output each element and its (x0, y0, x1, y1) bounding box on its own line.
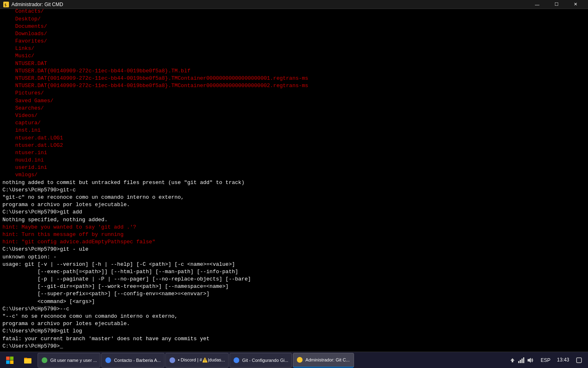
taskbar-item-icon (296, 357, 303, 363)
taskbar-item-label: • Discord | #⚠️|dudas... (178, 357, 225, 363)
svg-marker-12 (510, 358, 514, 362)
window-controls: — ☐ ✕ (528, 0, 585, 9)
taskbar-item-icon (233, 357, 240, 364)
terminal-line: Contacts/ (2, 9, 586, 16)
start-button[interactable] (0, 352, 20, 368)
tray-icons (510, 357, 533, 364)
terminal-line: hint: "git config advice.addEmptyPathspe… (2, 238, 586, 246)
terminal-line: [--git-dir=<path>] [--work-tree=<path>] … (2, 283, 586, 290)
svg-point-9 (169, 357, 175, 363)
terminal-line: nothing added to commit but untracked fi… (2, 179, 586, 186)
terminal-line: C:\Users\PcHp5790>--c (2, 305, 586, 313)
terminal-line: Desktop/ (2, 16, 586, 23)
terminal-line: inst.ini (2, 127, 586, 134)
app-icon: $ (3, 2, 9, 7)
svg-rect-18 (577, 358, 581, 363)
svg-point-7 (42, 357, 47, 363)
svg-marker-17 (528, 358, 531, 363)
system-tray: ESP 13:43 (506, 352, 588, 368)
taskbar-items: Git user name y user ...Contacto - Barbe… (36, 353, 506, 368)
terminal-wrapper: .BigNox/ .android/ .bash_history .gitcon… (0, 9, 588, 352)
terminal-line: "--c' no se reconoce como un comando int… (2, 313, 586, 320)
terminal-line: Saved Games/ (2, 97, 586, 105)
terminal-output[interactable]: .BigNox/ .android/ .bash_history .gitcon… (0, 9, 588, 352)
terminal-line: C:\Users\PcHp5790>git-c (2, 186, 586, 194)
svg-rect-16 (523, 357, 524, 363)
terminal-line: unknown option: - (2, 254, 586, 261)
folder-icon (24, 356, 32, 364)
terminal-line: Music/ (2, 52, 586, 60)
title-bar: $ Administrador: Git CMD — ☐ ✕ (0, 0, 588, 9)
taskbar-item-icon (41, 357, 48, 364)
terminal-line: programa o archivo por lotes ejecutable. (2, 201, 586, 209)
minimize-button[interactable]: — (528, 0, 546, 9)
terminal-line: usage: git [-v | --version] [-h | --help… (2, 261, 586, 268)
terminal-line: C:\Users\PcHp5790>git add (2, 209, 586, 216)
terminal-line: [-p | --paginate | -P | --no-pager] [--n… (2, 276, 586, 283)
taskbar-item[interactable]: Administrador: Git C... (293, 353, 354, 368)
network-icon (518, 357, 524, 364)
terminal-line: userid.ini (2, 164, 586, 171)
window-title: Administrador: Git CMD (11, 2, 63, 7)
terminal-line: nuuid.ini (2, 157, 586, 164)
terminal-line: "git-c" no se reconoce como un comando i… (2, 194, 586, 201)
taskbar-item-icon (169, 357, 176, 364)
terminal-line: NTUSER.DAT{00140909-272c-11ec-bb44-0019b… (2, 82, 586, 90)
terminal-line: [--super-prefix=<path>] [--config-env=<n… (2, 290, 586, 298)
taskbar-item[interactable]: Contacto - Barberia A... (101, 353, 164, 368)
svg-rect-13 (518, 361, 519, 363)
terminal-line: Downloads/ (2, 30, 586, 38)
terminal-line: C:\Users\PcHp5790>git - ule (2, 246, 586, 253)
terminal-line: ntuser.dat.LOG2 (2, 142, 586, 149)
taskbar-item[interactable]: Git - Configurando Gi... (229, 353, 292, 368)
taskbar: Git user name y user ...Contacto - Barbe… (0, 352, 588, 368)
svg-point-10 (234, 357, 239, 363)
taskbar-item-label: Administrador: Git C... (305, 357, 350, 362)
terminal-line: hint: Maybe you wanted to say 'git add .… (2, 224, 586, 231)
svg-text:$: $ (4, 2, 7, 7)
svg-point-8 (105, 357, 111, 363)
title-bar-left: $ Administrador: Git CMD (3, 2, 63, 7)
language-indicator[interactable]: ESP (538, 357, 553, 364)
maximize-button[interactable]: ☐ (547, 0, 566, 9)
svg-rect-4 (6, 360, 10, 364)
terminal-line: programa o archivo por lotes ejecutable. (2, 320, 586, 328)
volume-icon (527, 357, 533, 364)
svg-rect-5 (10, 360, 14, 364)
terminal-line: Pictures/ (2, 90, 586, 97)
close-button[interactable]: ✕ (566, 0, 585, 9)
terminal-line: Links/ (2, 45, 586, 52)
terminal-line: hint: Turn this message off by running (2, 231, 586, 238)
terminal-line: fatal: your current branch 'master' does… (2, 335, 586, 343)
terminal-line: [--exec-path[=<path>]] [--html-path] [--… (2, 268, 586, 276)
svg-rect-14 (520, 360, 521, 363)
taskbar-item-label: Contacto - Barberia A... (114, 358, 160, 363)
clock[interactable]: 13:43 (555, 356, 572, 364)
notification-button[interactable] (573, 352, 585, 368)
terminal-line: Videos/ (2, 112, 586, 119)
terminal-line: <command> [<args>] (2, 298, 586, 305)
taskbar-item[interactable]: Git user name y user ... (38, 353, 100, 368)
terminal-line: NTUSER.DAT{00140909-272c-11ec-bb44-0019b… (2, 67, 586, 75)
time-display: 13:43 (557, 357, 569, 364)
terminal-line: NTUSER.DAT{00140909-272c-11ec-bb44-0019b… (2, 75, 586, 82)
tray-arrow-icon (510, 357, 515, 363)
terminal-line: ntuser.dat.LOG1 (2, 135, 586, 142)
terminal-line: Favorites/ (2, 38, 586, 45)
svg-rect-2 (6, 357, 10, 360)
svg-rect-3 (10, 357, 14, 360)
windows-logo-icon (6, 356, 14, 364)
svg-rect-15 (521, 359, 523, 363)
terminal-line: C:\Users\PcHp5790>git log (2, 328, 586, 335)
terminal-line: vmlogs/ (2, 171, 586, 179)
terminal-line: C:\Users\PcHp5790>_ (2, 343, 586, 350)
file-explorer-button[interactable] (20, 352, 36, 368)
terminal-line: Documents/ (2, 23, 586, 30)
svg-point-11 (297, 357, 303, 363)
terminal-line: ntuser.ini (2, 149, 586, 157)
terminal-line: Searches/ (2, 105, 586, 112)
taskbar-item-icon (105, 357, 111, 364)
terminal-line: NTUSER.DAT (2, 60, 586, 67)
taskbar-item[interactable]: • Discord | #⚠️|dudas... (165, 353, 229, 368)
terminal-line: Nothing specified, nothing added. (2, 216, 586, 224)
